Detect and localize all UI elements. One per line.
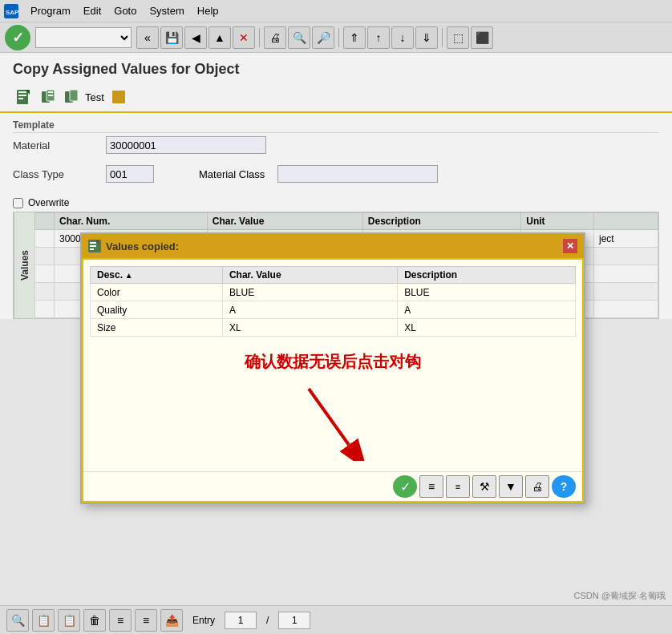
modal-row-desc-0: Color — [91, 284, 223, 301]
modal-align-button[interactable]: ≡ — [419, 475, 443, 498]
modal-sort-button[interactable]: ▼ — [499, 475, 523, 498]
modal-table-row: Size XL XL — [91, 319, 576, 337]
modal-help-button[interactable]: ? — [552, 475, 576, 498]
modal-row-description-2: XL — [398, 319, 576, 337]
modal-dialog: Values copied: ✕ Desc. Char. Value Descr… — [80, 232, 585, 504]
modal-row-desc-1: Quality — [91, 301, 223, 319]
modal-table-row: Quality A A — [91, 301, 576, 319]
modal-row-description-1: A — [398, 301, 576, 319]
modal-close-button[interactable]: ✕ — [563, 239, 577, 253]
svg-rect-16 — [90, 245, 96, 247]
modal-row-char-0: BLUE — [222, 284, 397, 301]
annotation-text: 确认数据无误后点击对钩 — [245, 351, 421, 373]
modal-table-row: Color BLUE BLUE — [91, 284, 576, 301]
modal-row-char-1: A — [222, 301, 397, 319]
modal-col-description-header: Description — [398, 267, 576, 284]
modal-body: Desc. Char. Value Description Color BLUE… — [82, 258, 584, 503]
modal-footer: ✓ ≡ ≡ ⚒ ▼ 🖨 ? — [83, 471, 582, 501]
modal-row-char-2: XL — [222, 319, 397, 337]
modal-table: Desc. Char. Value Description Color BLUE… — [90, 266, 576, 337]
modal-col-char-value-header: Char. Value — [222, 267, 397, 284]
modal-row-description-0: BLUE — [398, 284, 576, 301]
modal-print-button[interactable]: 🖨 — [525, 475, 549, 498]
svg-line-20 — [309, 389, 349, 445]
modal-find-button[interactable]: ⚒ — [472, 475, 496, 498]
annotation-area: 确认数据无误后点击对钩 — [83, 343, 582, 471]
modal-title: Values copied: — [106, 240, 179, 252]
modal-confirm-button[interactable]: ✓ — [393, 475, 417, 498]
svg-rect-17 — [90, 248, 94, 250]
modal-col-desc-header: Desc. — [91, 267, 223, 284]
modal-table-container: Desc. Char. Value Description Color BLUE… — [83, 260, 582, 343]
arrow-icon — [285, 381, 381, 461]
modal-header: Values copied: ✕ — [82, 234, 584, 258]
modal-filter-button[interactable]: ≡ — [446, 475, 470, 498]
svg-rect-15 — [90, 242, 96, 244]
modal-title-area: Values copied: — [88, 240, 179, 252]
modal-icon — [88, 240, 101, 252]
modal-row-desc-2: Size — [91, 319, 223, 337]
